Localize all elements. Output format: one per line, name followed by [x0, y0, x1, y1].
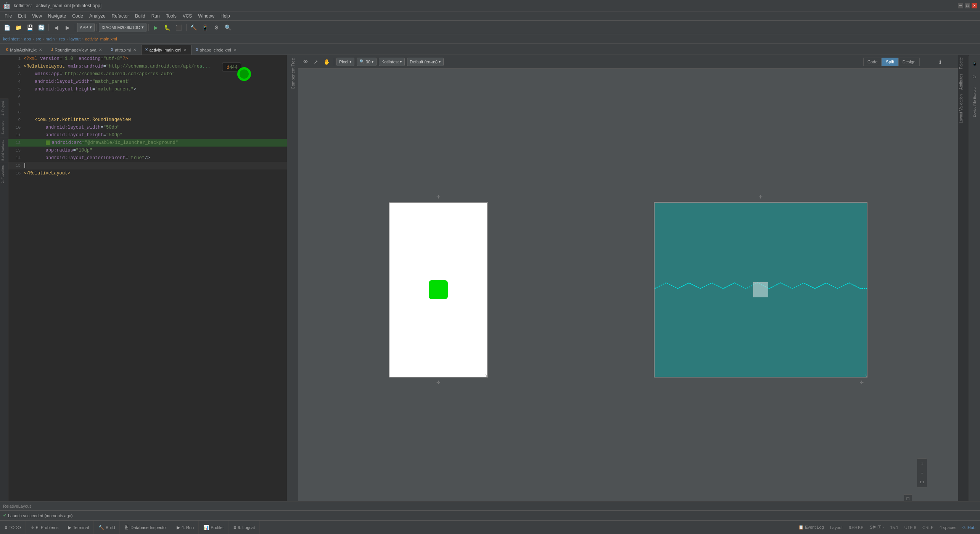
code-view-button[interactable]: Code [863, 58, 882, 66]
logcat-tab[interactable]: ≡ 6: Logcat [229, 521, 260, 534]
menu-item-run[interactable]: Run [148, 13, 163, 19]
resize-handle[interactable]: ↘ [485, 373, 488, 378]
tab-activity-main[interactable]: X activity_main.xml ✕ [141, 45, 191, 55]
attributes-tab[interactable]: Attributes [958, 71, 969, 92]
emulator-file-button[interactable]: 🗂 [969, 71, 980, 82]
info-button[interactable]: ℹ [938, 58, 943, 66]
menu-item-view[interactable]: View [29, 13, 45, 19]
tab-close-mainactivity[interactable]: ✕ [38, 47, 43, 52]
emulator-device-button[interactable]: 📱 [969, 58, 980, 69]
menu-item-tools[interactable]: Tools [163, 13, 180, 19]
menu-item-window[interactable]: Window [195, 13, 217, 19]
vcs-status[interactable]: GitHub [962, 525, 975, 530]
minimize-button[interactable]: ─ [958, 3, 963, 8]
database-inspector-tab[interactable]: 🗄 Database Inspector [120, 521, 172, 534]
event-log-status[interactable]: 📋 Event Log [798, 525, 824, 530]
tab-icon-kt: K [6, 48, 8, 52]
debug-button[interactable]: 🐛 [162, 22, 173, 33]
new-file-button[interactable]: 📄 [2, 22, 12, 33]
run-tab[interactable]: ▶ 4: Run [172, 521, 199, 534]
zoom-reset-button[interactable]: 1:1 [918, 478, 926, 486]
tab-shape-circle[interactable]: X shape_circle.xml ✕ [191, 45, 241, 55]
back-button[interactable]: ◀ [51, 22, 61, 33]
code-editor[interactable]: 1 <?xml version="1.0" encoding="utf-8"?>… [8, 55, 287, 510]
build-variants-tab[interactable]: Build Variants [0, 137, 8, 163]
menu-item-analyze[interactable]: Analyze [86, 13, 109, 19]
design-view-button[interactable]: Design [898, 58, 920, 66]
tab-close-roundimageview[interactable]: ✕ [98, 47, 103, 52]
menu-item-vcs[interactable]: VCS [180, 13, 195, 19]
locale-dropdown[interactable]: Kotlintest ▾ [379, 58, 405, 66]
avd-button[interactable]: 📱 [200, 22, 211, 33]
profiler-tab[interactable]: 📊 Profiler [199, 521, 229, 534]
layout-validation-tab[interactable]: Layout Validation [958, 92, 969, 126]
tab-roundimageview[interactable]: J RoundImageView.java ✕ [47, 45, 107, 55]
project-panel-tab[interactable]: 1: Project [0, 98, 8, 118]
status-indicators: S⚑ 国 · [870, 524, 884, 530]
design-area: 👁 ↗ ✋ Pixel ▾ 🔍 30 ▾ Kotlintest ▾ Defaul… [298, 55, 958, 510]
breadcrumb-layout[interactable]: layout [69, 37, 80, 41]
menu-item-code[interactable]: Code [69, 13, 86, 19]
breadcrumb-src[interactable]: src [35, 37, 41, 41]
tab-close-shape-circle[interactable]: ✕ [233, 47, 237, 52]
code-line-15[interactable]: 15 [8, 162, 287, 169]
build-tab[interactable]: 🔨 Build [94, 521, 120, 534]
open-button[interactable]: 📁 [13, 22, 24, 33]
tab-attrs[interactable]: X attrs.xml ✕ [107, 45, 141, 55]
menu-item-navigate[interactable]: Navigate [45, 13, 69, 19]
stop-button[interactable]: ⬛ [174, 22, 184, 33]
device-file-explorer-tab[interactable]: Device File Explorer [972, 84, 977, 119]
theme-dropdown[interactable]: Default (en-us) ▾ [407, 58, 444, 66]
component-tree-panel[interactable]: Component Tree [287, 55, 298, 510]
device-dropdown[interactable]: XIAOMI M2006J10C ▾ [99, 23, 146, 32]
run-button[interactable]: ▶ [151, 22, 161, 33]
close-button[interactable]: ✕ [972, 3, 977, 8]
breadcrumb: kotlintest › app › src › main › res › la… [0, 34, 980, 44]
code-line-8: 8 [8, 108, 287, 116]
tab-close-activity-main[interactable]: ✕ [183, 47, 187, 52]
save-button[interactable]: 💾 [24, 22, 35, 33]
favorites-tab[interactable]: 2: Favorites [0, 163, 8, 186]
toolbar-separator-3 [97, 24, 97, 31]
breadcrumb-res[interactable]: res [59, 37, 65, 41]
todo-tab[interactable]: ≡ TODO [0, 521, 26, 534]
run-config-dropdown[interactable]: APP ▾ [77, 23, 95, 32]
crosshair-bottom: ✛ [436, 380, 440, 385]
maximize-button[interactable]: □ [965, 3, 970, 8]
menu-item-build[interactable]: Build [132, 13, 148, 19]
sdk-button[interactable]: ⚙ [211, 22, 222, 33]
gradle-sync-button[interactable]: 🔨 [188, 22, 199, 33]
structure-panel-tab[interactable]: Structure [0, 118, 8, 137]
tab-close-attrs[interactable]: ✕ [132, 47, 137, 52]
layout-status[interactable]: Layout [830, 525, 843, 530]
breadcrumb-kotlintest[interactable]: kotlintest [3, 37, 19, 41]
design-pan-button[interactable]: ✋ [322, 58, 331, 66]
landscape-white-square [753, 282, 768, 297]
title-bar-controls[interactable]: ─ □ ✕ [958, 3, 977, 8]
design-eye-button[interactable]: 👁 [301, 58, 310, 66]
menu-item-edit[interactable]: Edit [15, 13, 29, 19]
breadcrumb-app[interactable]: app [24, 37, 31, 41]
menu-item-help[interactable]: Help [217, 13, 233, 19]
search-button[interactable]: 🔍 [223, 22, 233, 33]
success-message: Launch succeeded (moments ago) [8, 513, 72, 518]
forward-button[interactable]: ▶ [62, 22, 73, 33]
toolbar-separator-1 [48, 24, 49, 31]
palette-tab[interactable]: Palette [958, 55, 969, 71]
resize-handle-landscape[interactable]: ↘ [864, 373, 867, 378]
menu-item-file[interactable]: File [2, 13, 15, 19]
split-view-button[interactable]: Split [882, 58, 898, 66]
sync-button[interactable]: 🔄 [36, 22, 47, 33]
zoom-dropdown[interactable]: 🔍 30 ▾ [357, 58, 377, 66]
pixel-dropdown[interactable]: Pixel ▾ [336, 58, 354, 66]
zoom-out-button[interactable]: - [918, 469, 926, 477]
component-tree-label[interactable]: Component Tree [291, 55, 295, 92]
problems-tab[interactable]: ⚠ 6: Problems [26, 521, 64, 534]
zoom-in-button[interactable]: + [918, 460, 926, 468]
terminal-tab[interactable]: ▶ Terminal [63, 521, 94, 534]
breadcrumb-main[interactable]: main [45, 37, 55, 41]
menu-item-refactor[interactable]: Refactor [109, 13, 132, 19]
tab-mainactivity[interactable]: K MainActivity.kt ✕ [2, 45, 47, 55]
design-cursor-button[interactable]: ↗ [312, 58, 320, 66]
editor-area[interactable]: id444 1 <?xml version="1.0" encoding="ut… [8, 55, 287, 510]
